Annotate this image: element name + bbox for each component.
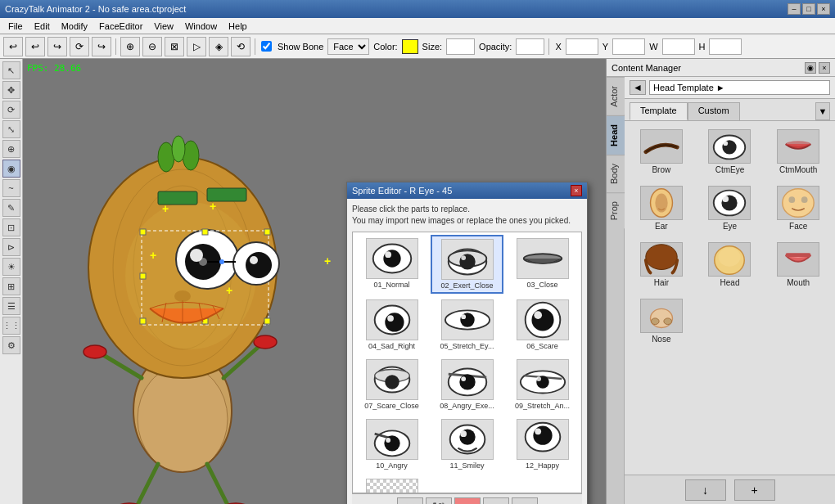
show-bone-checkbox[interactable] [261, 41, 272, 52]
sprite-label-08: 08_Angry_Exe... [440, 402, 494, 410]
sprite-item-13[interactable] [355, 475, 428, 493]
side-tab-actor[interactable]: Actor [607, 77, 625, 115]
dialog-title-bar: Sprite Editor - R Eye - 45 × [347, 182, 587, 199]
menu-faceeditor[interactable]: FaceEditor [94, 20, 147, 33]
tool-settings[interactable]: ⚙ [2, 336, 20, 354]
svg-point-92 [723, 196, 729, 202]
toolbar-btn-1[interactable]: ↩ [3, 37, 23, 56]
toolbar-btn-2[interactable]: ↩ [25, 37, 45, 56]
sprite-item-05[interactable]: 05_Stretch_Ey... [431, 296, 503, 353]
x-input[interactable]: -2.3 [566, 38, 598, 55]
sprite-item-09[interactable]: 09_Stretch_An... [506, 356, 579, 413]
sprite-item-08[interactable]: 08_Angry_Exe... [431, 356, 503, 413]
h-input[interactable]: 0.0 [709, 38, 742, 55]
toolbar-btn-8[interactable]: ⊠ [165, 37, 184, 56]
svg-point-83 [535, 428, 541, 434]
tool-motion[interactable]: ⊳ [2, 238, 20, 256]
cm-item-ctmmouth[interactable]: CtmMouth [766, 126, 830, 178]
toolbar-btn-6[interactable]: ⊕ [120, 37, 140, 56]
download-icon: ↓ [702, 484, 708, 497]
sprite-item-02[interactable]: 02_Exert_Close [431, 235, 503, 294]
dialog-close-button[interactable]: × [571, 185, 582, 196]
dialog-delete-btn[interactable]: ✕ [454, 497, 481, 504]
toolbar-btn-4[interactable]: ⟳ [70, 37, 89, 56]
sprite-item-04[interactable]: 04_Sad_Right [355, 296, 428, 353]
y-input[interactable]: 96.9 [612, 38, 645, 55]
dialog-grid-btn[interactable]: ⊞ [512, 497, 538, 504]
cm-item-eye[interactable]: Eye [698, 182, 762, 234]
dialog-eye-btn[interactable]: 👁 [483, 497, 509, 504]
svg-rect-99 [786, 253, 811, 257]
tool-grid[interactable]: ⋮⋮ [2, 317, 20, 335]
cm-item-mouth[interactable]: Mouth [766, 239, 830, 290]
cm-title-icons: ◉ × [805, 62, 830, 74]
sprite-item-06[interactable]: 06_Scare [506, 296, 579, 353]
cm-close-btn[interactable]: × [819, 62, 830, 74]
cm-item-head[interactable]: Head [698, 239, 762, 290]
canvas-area[interactable]: FPS: 28.66 [23, 59, 606, 504]
side-tab-prop[interactable]: Prop [607, 192, 625, 228]
cm-tab-template[interactable]: Template [630, 102, 688, 120]
dialog-open-btn[interactable]: 📂 [397, 497, 423, 504]
sprite-item-07[interactable]: 07_Scare_Close [355, 356, 428, 413]
menu-file[interactable]: File [3, 20, 28, 33]
cm-item-brow[interactable]: Brow [630, 126, 693, 178]
tool-magnify[interactable]: ⊞ [2, 277, 20, 295]
svg-rect-24 [140, 229, 146, 235]
side-tab-head[interactable]: Head [607, 115, 625, 155]
tool-spring[interactable]: ~ [2, 179, 20, 197]
cm-item-ctmeye[interactable]: CtmEye [698, 126, 762, 178]
cm-item-nose[interactable]: Nose [630, 295, 693, 347]
cm-item-face[interactable]: Face [766, 182, 830, 234]
tool-camera[interactable]: ⊡ [2, 218, 20, 236]
sprite-item-12[interactable]: 12_Happy [506, 416, 579, 473]
menu-edit[interactable]: Edit [29, 20, 55, 33]
tool-bone[interactable]: ⊕ [2, 140, 20, 158]
toolbar-btn-7[interactable]: ⊖ [142, 37, 162, 56]
window-close-button[interactable]: × [817, 3, 830, 15]
tool-hand[interactable]: ☰ [2, 297, 20, 315]
toolbar-btn-10[interactable]: ◈ [209, 37, 228, 56]
minimize-button[interactable]: – [788, 3, 801, 15]
menu-view[interactable]: View [149, 20, 178, 33]
dialog-save-btn[interactable]: 💾 [426, 497, 452, 504]
tool-scale[interactable]: ⤡ [2, 120, 20, 138]
svg-point-82 [533, 426, 552, 445]
svg-point-10 [84, 345, 106, 358]
tool-move[interactable]: ✥ [2, 81, 20, 99]
sprite-item-01[interactable]: 01_Normal [355, 235, 428, 294]
tool-pen[interactable]: ✎ [2, 199, 20, 217]
menu-window[interactable]: Window [180, 20, 222, 33]
sprite-item-03[interactable]: 03_Close [506, 235, 579, 294]
cm-items-grid[interactable]: Brow CtmEye [625, 121, 835, 475]
cm-add-button[interactable]: + [734, 479, 775, 501]
side-tab-body[interactable]: Body [607, 155, 625, 192]
color-picker[interactable] [402, 39, 418, 54]
toolbar-btn-9[interactable]: ▷ [187, 37, 206, 56]
opacity-input[interactable]: 100 [516, 38, 544, 55]
tool-light[interactable]: ☀ [2, 258, 20, 276]
cm-item-ear[interactable]: Ear [630, 182, 693, 234]
sprite-item-11[interactable]: 11_Smiley [431, 416, 503, 473]
maximize-button[interactable]: □ [802, 3, 815, 15]
tool-rotate[interactable]: ⟳ [2, 101, 20, 119]
cm-tab-custom[interactable]: Custom [688, 102, 740, 120]
toolbar-btn-3[interactable]: ↪ [47, 37, 67, 56]
menu-help[interactable]: Help [223, 20, 252, 33]
cm-pin-btn[interactable]: ◉ [805, 62, 816, 74]
svg-point-101 [651, 318, 659, 325]
size-input[interactable]: 30 [446, 38, 475, 55]
w-input[interactable]: 0.0 [662, 38, 695, 55]
cm-download-button[interactable]: ↓ [685, 479, 726, 501]
sprite-item-10[interactable]: 10_Angry [355, 416, 428, 473]
tool-face[interactable]: ◉ [2, 160, 20, 178]
tool-select[interactable]: ↖ [2, 61, 20, 79]
cm-tabs-dropdown[interactable]: ▼ [815, 102, 830, 120]
bone-type-select[interactable]: Face [327, 38, 369, 55]
sprite-grid[interactable]: 01_Normal 02_Exert_Close [352, 232, 582, 493]
cm-item-hair[interactable]: Hair [630, 239, 693, 290]
toolbar-btn-5[interactable]: ↪ [92, 37, 111, 56]
menu-modify[interactable]: Modify [56, 20, 93, 33]
cm-back-button[interactable]: ◄ [630, 80, 646, 95]
toolbar-btn-11[interactable]: ⟲ [231, 37, 250, 56]
